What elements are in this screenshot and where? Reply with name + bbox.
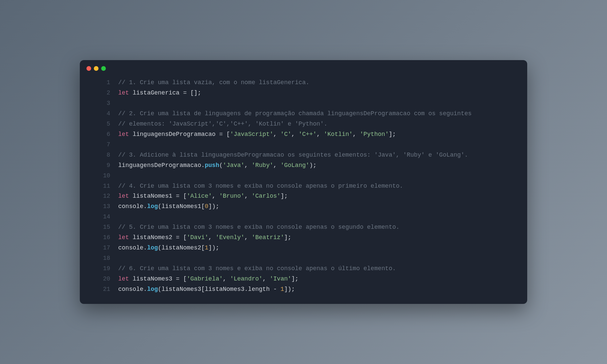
line-number: 3 (80, 98, 118, 109)
line-number: 18 (80, 253, 118, 263)
token-punct: ]; (389, 131, 396, 138)
token-comment: // 5. Crie uma lista com 3 nomes e exiba… (118, 224, 400, 230)
token-string: 'Carlos' (252, 193, 280, 199)
token-punct: []; (187, 89, 201, 96)
code-line[interactable]: 21console.log(listaNomes3[listaNomes3.le… (80, 284, 527, 295)
code-content[interactable]: // 2. Crie uma lista de linguagens de pr… (118, 109, 527, 119)
code-line[interactable]: 11// 4. Crie uma lista com 3 nomes e exi… (80, 181, 527, 191)
code-line[interactable]: 19// 6. Crie uma lista com 3 nomes e exi… (80, 263, 527, 274)
close-icon[interactable] (86, 66, 91, 71)
token-string: 'Gabriela' (187, 276, 223, 282)
token-punct: , (317, 131, 324, 138)
token-comment: // 3. Adicione à lista linguagensDeProgr… (118, 152, 468, 158)
token-punct: ]; (280, 193, 288, 199)
token-comment: // 4. Crie uma lista com 3 nomes e exiba… (118, 183, 403, 189)
token-var: listaNomes1 (129, 193, 176, 199)
code-line[interactable]: 9linguagensDeProgramacao.push('Java', 'R… (80, 160, 527, 171)
maximize-icon[interactable] (101, 66, 106, 71)
code-line[interactable]: 3 (80, 98, 527, 109)
token-string: 'Beatriz' (252, 234, 284, 241)
token-keyword: let (118, 89, 129, 96)
token-op: - (273, 286, 277, 293)
token-string: 'Java' (223, 162, 244, 169)
code-line[interactable]: 14 (80, 212, 527, 222)
line-number: 5 (80, 119, 118, 129)
token-punct: [ (180, 276, 187, 282)
line-number: 10 (80, 171, 118, 181)
line-number: 8 (80, 150, 118, 160)
code-editor[interactable]: 1// 1. Crie uma lista vazia, com o nome … (80, 73, 527, 304)
code-content[interactable]: let listaGenerica = []; (118, 88, 527, 98)
line-number: 2 (80, 88, 118, 98)
code-content[interactable] (118, 140, 527, 150)
minimize-icon[interactable] (94, 66, 98, 71)
token-punct: , (244, 193, 252, 199)
token-string: 'GoLang' (280, 162, 309, 169)
token-punct: , (353, 131, 360, 138)
code-content[interactable]: // 3. Adicione à lista linguagensDeProgr… (118, 150, 527, 160)
token-punct: , (212, 193, 219, 199)
code-content[interactable] (118, 171, 527, 181)
code-content[interactable]: console.log(listaNomes1[0]); (118, 201, 527, 212)
code-line[interactable]: 20let listaNomes3 = ['Gabriela', 'Leandr… (80, 274, 527, 284)
line-number: 17 (80, 243, 118, 253)
line-number: 20 (80, 274, 118, 284)
token-punct: ]); (284, 286, 295, 293)
code-line[interactable]: 10 (80, 171, 527, 181)
code-line[interactable]: 17console.log(listaNomes2[1]); (80, 243, 527, 253)
code-content[interactable]: let listaNomes2 = ['Davi', 'Evenly', 'Be… (118, 232, 527, 243)
line-number: 21 (80, 284, 118, 295)
token-method: push (205, 162, 219, 169)
token-var: listaNomes3 (129, 276, 176, 282)
code-content[interactable]: // 4. Crie uma lista com 3 nomes e exiba… (118, 181, 527, 191)
code-content[interactable]: // 6. Crie uma lista com 3 nomes e exiba… (118, 263, 527, 274)
token-punct: , (244, 162, 252, 169)
code-content[interactable]: linguagensDeProgramacao.push('Java', 'Ru… (118, 160, 527, 171)
token-punct: ); (310, 162, 317, 169)
token-comment: // elementos: 'JavaScript','C','C++', 'K… (118, 121, 328, 127)
code-content[interactable]: let linguagensDeProgramacao = ['JavaScri… (118, 129, 527, 140)
code-line[interactable]: 16let listaNomes2 = ['Davi', 'Evenly', '… (80, 232, 527, 243)
token-var: console. (118, 203, 147, 210)
code-line[interactable]: 8// 3. Adicione à lista linguagensDeProg… (80, 150, 527, 160)
code-content[interactable] (118, 98, 527, 109)
code-line[interactable]: 18 (80, 253, 527, 263)
token-keyword: let (118, 234, 129, 241)
code-content[interactable]: console.log(listaNomes3[listaNomes3.leng… (118, 284, 527, 295)
line-number: 12 (80, 191, 118, 201)
code-line[interactable]: 6let linguagensDeProgramacao = ['JavaScr… (80, 129, 527, 140)
token-punct: ]; (291, 276, 299, 282)
code-content[interactable]: console.log(listaNomes2[1]); (118, 243, 527, 253)
code-content[interactable]: let listaNomes1 = ['Alice', 'Bruno', 'Ca… (118, 191, 527, 201)
code-line[interactable]: 1// 1. Crie uma lista vazia, com o nome … (80, 77, 527, 88)
code-content[interactable]: // 5. Crie uma lista com 3 nomes e exiba… (118, 222, 527, 232)
token-string: 'Bruno' (219, 193, 245, 199)
token-num: 1 (280, 286, 284, 293)
token-var: console. (118, 244, 147, 251)
code-line[interactable]: 5// elementos: 'JavaScript','C','C++', '… (80, 119, 527, 129)
code-content[interactable]: // elementos: 'JavaScript','C','C++', 'K… (118, 119, 527, 129)
token-string: 'Alice' (187, 193, 212, 199)
token-string: 'C' (280, 131, 291, 138)
code-line[interactable]: 13console.log(listaNomes1[0]); (80, 201, 527, 212)
token-comment: // 2. Crie uma lista de linguagens de pr… (118, 110, 472, 117)
token-punct: (listaNomes3[listaNomes3.length (158, 286, 273, 293)
code-line[interactable]: 4// 2. Crie uma lista de linguagens de p… (80, 109, 527, 119)
window-titlebar (80, 60, 527, 73)
token-punct: [ (180, 234, 187, 241)
code-line[interactable]: 7 (80, 140, 527, 150)
token-punct: , (273, 162, 281, 169)
token-punct: , (244, 234, 252, 241)
code-line[interactable]: 12let listaNomes1 = ['Alice', 'Bruno', '… (80, 191, 527, 201)
code-line[interactable]: 2let listaGenerica = []; (80, 88, 527, 98)
line-number: 7 (80, 140, 118, 150)
code-content[interactable] (118, 212, 527, 222)
code-content[interactable] (118, 253, 527, 263)
code-line[interactable]: 15// 5. Crie uma lista com 3 nomes e exi… (80, 222, 527, 232)
code-content[interactable]: // 1. Crie uma lista vazia, com o nome l… (118, 77, 527, 88)
code-content[interactable]: let listaNomes3 = ['Gabriela', 'Leandro'… (118, 274, 527, 284)
token-string: 'Ivan' (270, 276, 291, 282)
token-var: listaGenerica (129, 89, 183, 96)
line-number: 6 (80, 129, 118, 140)
token-method: log (147, 203, 158, 210)
